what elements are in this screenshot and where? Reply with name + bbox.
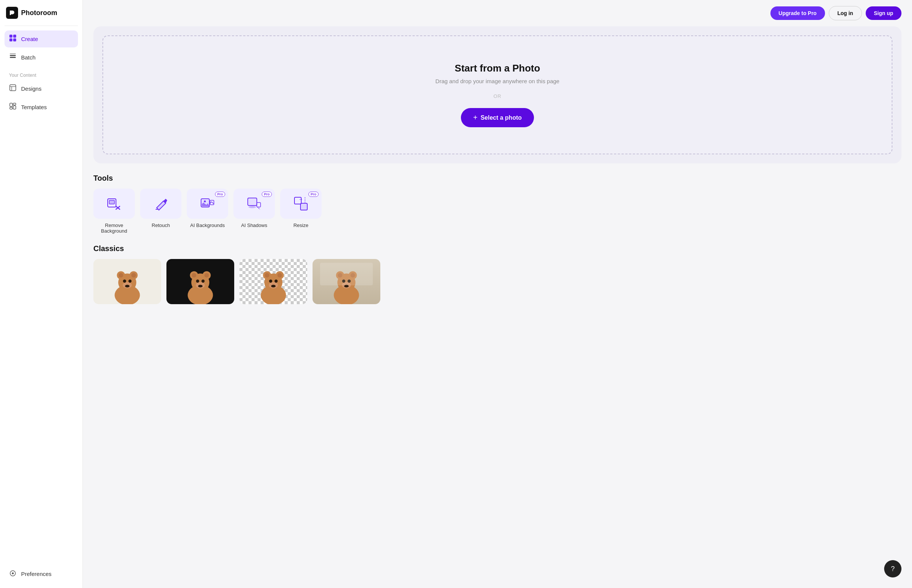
tool-resize-icon-box: Pro <box>280 189 322 219</box>
retouch-label: Retouch <box>152 223 170 228</box>
sidebar-nav-preferences[interactable]: Preferences <box>5 566 78 582</box>
svg-rect-12 <box>10 103 13 107</box>
upgrade-button[interactable]: Upgrade to Pro <box>770 6 825 20</box>
bear-illustration-1 <box>105 259 150 304</box>
svg-rect-15 <box>13 106 16 109</box>
plus-icon: + <box>473 113 477 122</box>
svg-point-53 <box>196 280 199 283</box>
svg-point-65 <box>271 284 276 287</box>
logo-text: Photoroom <box>21 9 57 17</box>
ai-backgrounds-pro-badge: Pro <box>215 192 225 197</box>
logo-icon <box>6 7 18 19</box>
ai-shadows-icon <box>246 196 262 212</box>
classic-card-4[interactable] <box>312 259 380 304</box>
ai-backgrounds-icon <box>200 196 215 212</box>
tool-ai-shadows[interactable]: Pro AI Shadows <box>233 189 275 234</box>
sidebar-nav-designs[interactable]: Designs <box>5 80 78 97</box>
svg-point-55 <box>198 284 202 287</box>
sidebar-bottom: Preferences <box>5 560 78 588</box>
select-photo-label: Select a photo <box>480 115 522 121</box>
tool-resize[interactable]: Pro Resize <box>280 189 322 234</box>
dropzone-wrapper: Start from a Photo Drag and drop your im… <box>94 26 901 163</box>
templates-icon <box>9 102 16 112</box>
designs-icon <box>9 84 16 94</box>
svg-point-63 <box>269 280 272 283</box>
tool-retouch-icon-box <box>140 189 181 219</box>
svg-point-54 <box>201 280 204 283</box>
tools-section: Tools Remove Background <box>83 174 912 244</box>
ai-shadows-label: AI Shadows <box>241 223 267 228</box>
dropzone-title: Start from a Photo <box>118 63 876 74</box>
svg-point-60 <box>265 273 269 278</box>
tool-ai-backgrounds[interactable]: Pro AI Backgrounds <box>187 189 228 234</box>
create-label: Create <box>21 36 38 42</box>
svg-rect-32 <box>294 197 301 204</box>
svg-point-44 <box>128 280 131 283</box>
svg-point-61 <box>278 273 282 278</box>
svg-point-25 <box>204 200 206 202</box>
bear-illustration-2 <box>178 259 223 304</box>
templates-label: Templates <box>21 104 47 110</box>
svg-rect-8 <box>10 53 16 54</box>
dropzone-or-label: OR <box>118 94 876 99</box>
svg-line-31 <box>257 207 260 209</box>
sidebar: Photoroom Create Batch Your Content <box>0 0 83 588</box>
svg-point-41 <box>131 273 136 278</box>
svg-rect-30 <box>257 202 260 207</box>
svg-rect-2 <box>10 35 13 38</box>
svg-rect-14 <box>13 103 16 105</box>
bear-illustration-3 <box>251 259 296 304</box>
sidebar-divider <box>5 26 78 26</box>
select-photo-button[interactable]: + Select a photo <box>461 108 534 127</box>
classics-heading: Classics <box>94 244 901 253</box>
help-icon: ? <box>891 565 895 573</box>
retouch-icon <box>153 196 169 212</box>
tool-ai-shadows-icon-box: Pro <box>233 189 275 219</box>
sidebar-nav-templates[interactable]: Templates <box>5 99 78 116</box>
svg-rect-5 <box>13 39 16 41</box>
tools-grid: Remove Background Retouch Pro <box>94 189 901 234</box>
batch-icon <box>9 53 16 62</box>
svg-rect-13 <box>10 107 13 109</box>
svg-rect-28 <box>248 198 257 205</box>
svg-point-51 <box>204 273 209 278</box>
tool-remove-background-icon-box <box>94 189 135 219</box>
svg-point-43 <box>123 280 126 283</box>
tools-heading: Tools <box>94 174 901 183</box>
login-button[interactable]: Log in <box>829 6 862 20</box>
sidebar-nav-create[interactable]: Create <box>5 31 78 47</box>
create-icon <box>9 34 16 44</box>
preferences-icon <box>9 570 16 578</box>
tool-retouch[interactable]: Retouch <box>140 189 181 234</box>
signup-button[interactable]: Sign up <box>866 6 901 20</box>
ai-shadows-pro-badge: Pro <box>262 192 272 197</box>
svg-rect-3 <box>13 35 16 38</box>
svg-point-45 <box>125 284 129 287</box>
sidebar-nav-batch[interactable]: Batch <box>5 49 78 66</box>
dropzone-subtitle: Drag and drop your image anywhere on thi… <box>118 78 876 84</box>
help-button[interactable]: ? <box>884 560 901 577</box>
preferences-label: Preferences <box>21 571 52 577</box>
classic-card-2[interactable] <box>167 259 234 304</box>
logo-area: Photoroom <box>5 0 78 26</box>
svg-rect-6 <box>10 55 16 56</box>
resize-pro-badge: Pro <box>309 192 319 197</box>
svg-rect-19 <box>109 200 115 204</box>
resize-label: Resize <box>293 223 309 228</box>
svg-point-40 <box>119 273 123 278</box>
dropzone[interactable]: Start from a Photo Drag and drop your im… <box>102 36 893 154</box>
svg-point-29 <box>249 206 256 208</box>
classics-section: Classics <box>83 244 912 315</box>
classic-card-3[interactable] <box>239 259 307 304</box>
svg-rect-1 <box>10 13 11 15</box>
ai-backgrounds-label: AI Backgrounds <box>190 223 225 228</box>
designs-label: Designs <box>21 86 41 92</box>
tool-remove-background[interactable]: Remove Background <box>94 189 135 234</box>
svg-rect-33 <box>301 203 307 210</box>
remove-background-label: Remove Background <box>94 223 135 234</box>
classic-card-1[interactable] <box>94 259 161 304</box>
sidebar-section-label: Your Content <box>5 67 78 80</box>
svg-rect-4 <box>10 39 13 41</box>
main-content: Upgrade to Pro Log in Sign up Start from… <box>83 0 912 588</box>
batch-label: Batch <box>21 54 36 61</box>
